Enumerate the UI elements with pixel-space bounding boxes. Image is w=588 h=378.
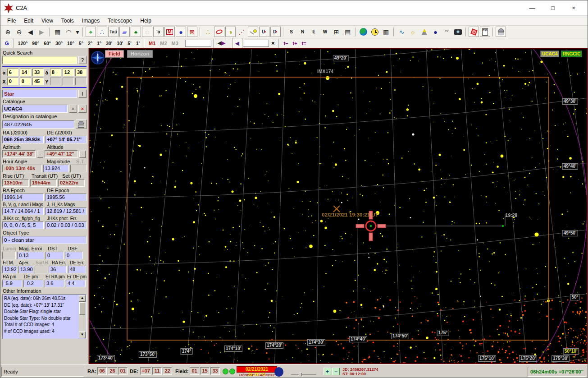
dome-button[interactable]: ◠ [64, 27, 74, 37]
field-ellipse-button[interactable]: ◌ [142, 27, 152, 37]
menu-images[interactable]: Images [78, 17, 104, 25]
time-minus-button[interactable]: − [332, 368, 340, 375]
scroll-down-icon[interactable]: ▼ [79, 332, 86, 338]
help-button[interactable]: ? [78, 56, 87, 64]
zoom-preset-30m[interactable]: 30' [104, 39, 114, 47]
zoom-preset-5d[interactable]: 5° [77, 39, 86, 47]
scroll-thumb[interactable] [79, 302, 85, 315]
planets-button[interactable]: ● [176, 27, 186, 37]
time-settings-button[interactable] [369, 27, 380, 37]
zoom-preset-60d[interactable]: 60° [41, 39, 53, 47]
zoom-preset-90d[interactable]: 90° [30, 39, 41, 47]
minimize-button[interactable]: — [522, 1, 542, 15]
messier-labels-button[interactable]: M [164, 27, 175, 37]
constellation-lines-button[interactable]: ∴ [97, 27, 107, 37]
zoom-preset-1m[interactable]: 1' [134, 39, 142, 47]
deepsky-labels-button[interactable]: D [270, 27, 281, 37]
object-info-button[interactable]: I [78, 90, 87, 98]
goto-g-button[interactable]: G [3, 41, 11, 46]
zoom-preset-10d[interactable]: 10° [65, 39, 77, 47]
maximize-button[interactable]: □ [542, 1, 563, 15]
star-names-button[interactable]: 'α [153, 27, 164, 37]
y1-field[interactable] [50, 78, 61, 85]
zoom-preset-1d[interactable]: 1° [95, 39, 104, 47]
time-forward-button[interactable]: t+ [291, 41, 300, 46]
zoom-preset-120d[interactable]: 120° [16, 39, 30, 47]
close-button[interactable]: × [563, 1, 584, 15]
x3-field[interactable]: 45 [32, 78, 44, 85]
clear-rotation-button[interactable]: × [269, 40, 277, 46]
sun-button[interactable]: ☼ [408, 27, 418, 37]
milky-way-button[interactable]: ▰ [119, 27, 130, 37]
twilight-button[interactable] [419, 27, 429, 37]
sky-chart[interactable]: 49°20'49°30'49°40'49°50'50°50°10'173°40'… [89, 48, 588, 364]
goto-telescope-button[interactable] [76, 120, 87, 129]
scroll-up-icon[interactable]: ▲ [79, 295, 86, 302]
ra-s-field[interactable]: 33 [32, 69, 44, 76]
ccd-frame-button[interactable] [469, 27, 479, 37]
menu-view[interactable]: View [37, 17, 57, 25]
flip-horizontal-button[interactable]: ◀▶ [216, 38, 227, 48]
quick-search-input[interactable] [2, 56, 77, 64]
earth-location-button[interactable] [358, 27, 369, 37]
y2-field[interactable] [63, 78, 74, 85]
zoom-preset-10m[interactable]: 10' [114, 39, 125, 47]
de-d-field[interactable]: 8 [50, 69, 61, 76]
marker-m2-button[interactable]: M2 [158, 41, 169, 46]
horizon-line-button[interactable]: ▤ [342, 27, 353, 37]
zoom-preset-2d[interactable]: 2° [86, 39, 95, 47]
time-back-button[interactable]: t− [281, 41, 290, 46]
constellation-names-button[interactable]: Taü [108, 27, 119, 37]
east-button[interactable]: E [309, 27, 319, 37]
marker-m1-button[interactable]: M1 [146, 41, 158, 46]
zoom-preset-30d[interactable]: 30° [53, 39, 65, 47]
south-button[interactable]: S [286, 27, 296, 37]
scrollbar[interactable]: ▲ ▼ [79, 295, 86, 338]
catalogue-field[interactable]: UCAC4 [2, 105, 68, 113]
clusters-button[interactable]: ∴ [203, 27, 213, 37]
time-plus-button[interactable]: + [324, 368, 331, 375]
remove-catalogue-button[interactable]: × [78, 105, 87, 113]
galaxies-button[interactable] [214, 27, 224, 37]
rotation-input[interactable] [243, 40, 269, 47]
tab-horizon[interactable]: Horizon [127, 50, 153, 58]
moon-phase-button[interactable]: ◑ [225, 27, 236, 37]
menu-help[interactable]: Help [136, 17, 155, 25]
forward-button[interactable]: ▶ [36, 27, 47, 37]
marker-search-input[interactable] [185, 40, 211, 47]
dome-dropdown-button[interactable]: ▾ [75, 27, 80, 37]
slider-handle-1[interactable] [299, 373, 302, 376]
pan-view-button[interactable]: ⊞ [331, 27, 342, 37]
center-object-button[interactable]: ⌖ [86, 27, 96, 37]
north-button[interactable]: N [297, 27, 308, 37]
azimuth-more-button[interactable]: - [37, 151, 43, 158]
zoom-preset-5m[interactable]: 5' [125, 39, 133, 47]
grid-button[interactable]: ▦ [52, 27, 63, 37]
landscape-button[interactable]: ♠ [131, 27, 141, 37]
designation-field[interactable]: 487-022645 [2, 120, 74, 129]
satellites-button[interactable]: °° [442, 27, 452, 37]
ra-h-field[interactable]: 6 [7, 69, 18, 76]
y3-field[interactable] [75, 78, 87, 85]
comets-button[interactable] [248, 27, 258, 37]
west-button[interactable]: W [320, 27, 330, 37]
marker-m3-button[interactable]: M3 [169, 41, 181, 46]
camera-button[interactable] [453, 27, 463, 37]
de-s-field[interactable]: 38 [75, 69, 87, 76]
dark-night-button[interactable]: ● [430, 27, 441, 37]
time-now-button[interactable]: t= [300, 41, 309, 46]
flip-vertical-button[interactable]: ◀ [232, 38, 242, 48]
ra-m-field[interactable]: 14 [20, 69, 31, 76]
asteroids-button[interactable]: ⋰ [237, 27, 247, 37]
reference-frame-button[interactable]: ⊠ [187, 27, 197, 37]
x2-field[interactable]: 0 [20, 78, 31, 85]
menu-edit[interactable]: Edit [20, 17, 37, 25]
tab-field[interactable]: Field [105, 50, 124, 58]
zoom-out-button[interactable]: ⊖ [14, 27, 24, 37]
uranus-labels-button[interactable]: U [259, 27, 269, 37]
back-button[interactable]: ◀ [25, 27, 36, 37]
menu-tools[interactable]: Tools [57, 17, 78, 25]
time-sliders[interactable] [291, 373, 321, 378]
ephemeris-curve-button[interactable]: ∿ [397, 27, 407, 37]
de-m-field[interactable]: 12 [63, 69, 74, 76]
